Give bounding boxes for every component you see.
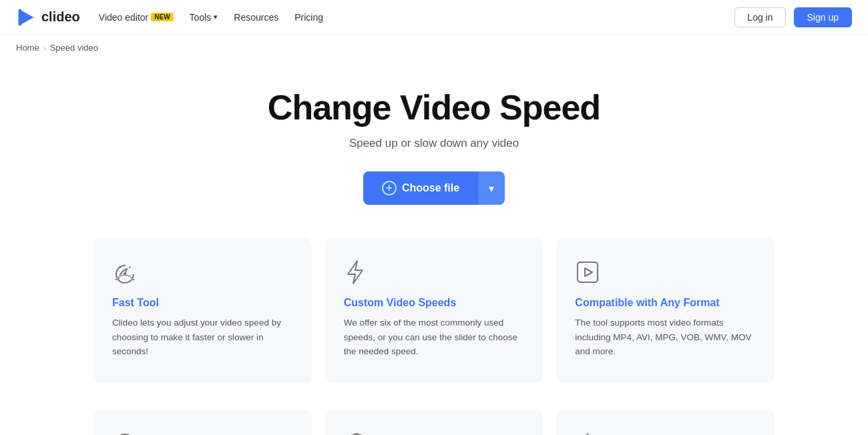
card-custom-speeds-title: Custom Video Speeds bbox=[344, 297, 525, 309]
chevron-down-icon: ▾ bbox=[214, 13, 218, 21]
svg-line-7 bbox=[120, 267, 120, 268]
shield-icon bbox=[344, 431, 525, 435]
feature-cards-row1: Fast Tool Clideo lets you adjust your vi… bbox=[80, 238, 788, 410]
card-fast-tool-title: Fast Tool bbox=[112, 297, 293, 309]
hero-section: Change Video Speed Speed up or slow down… bbox=[0, 61, 868, 238]
card-security: Security Encryption bbox=[325, 410, 544, 435]
breadcrumb-current: Speed video bbox=[50, 43, 98, 53]
svg-marker-10 bbox=[585, 268, 592, 276]
card-custom-speeds: Custom Video Speeds We offer six of the … bbox=[325, 238, 544, 383]
signup-button[interactable]: Sign up bbox=[794, 7, 852, 27]
breadcrumb: Home › Speed video bbox=[0, 35, 868, 61]
logo-text: clideo bbox=[41, 9, 80, 25]
card-fast-tool-desc: Clideo lets you adjust your video speed … bbox=[112, 316, 293, 359]
breadcrumb-separator: › bbox=[43, 43, 46, 53]
svg-line-8 bbox=[130, 267, 130, 268]
svg-marker-0 bbox=[21, 10, 34, 24]
play-square-icon bbox=[575, 260, 756, 285]
speedometer-icon bbox=[112, 260, 293, 285]
nav-links: Video editor NEW Tools ▾ Resources Prici… bbox=[99, 12, 716, 23]
card-custom-speeds-desc: We offer six of the most commonly used s… bbox=[344, 316, 525, 359]
nav-video-editor-label: Video editor bbox=[99, 12, 148, 23]
login-button[interactable]: Log in bbox=[734, 7, 785, 27]
nav-pricing-label: Pricing bbox=[294, 12, 323, 23]
hero-title: Change Video Speed bbox=[13, 87, 855, 127]
card-additional-editing: Additional Editing Options bbox=[556, 410, 775, 435]
card-fast-tool: Fast Tool Clideo lets you adjust your vi… bbox=[93, 238, 312, 383]
nav-tools-label: Tools bbox=[190, 12, 212, 23]
cta-container: + Choose file ▾ bbox=[363, 171, 505, 205]
nav-pricing[interactable]: Pricing bbox=[294, 12, 323, 23]
card-compatible-desc: The tool supports most video formats inc… bbox=[575, 316, 756, 359]
nav-tools[interactable]: Tools ▾ bbox=[190, 12, 218, 23]
choose-file-button[interactable]: + Choose file bbox=[363, 171, 478, 205]
logo[interactable]: clideo bbox=[16, 7, 80, 28]
feature-cards-row2: Fully Online Security Encryption Additio… bbox=[80, 410, 788, 435]
card-compatible-title: Compatible with Any Format bbox=[575, 297, 756, 309]
bolt-icon bbox=[344, 260, 525, 285]
svg-rect-9 bbox=[578, 262, 598, 282]
nav-new-badge: NEW bbox=[151, 13, 173, 21]
hero-subtitle: Speed up or slow down any video bbox=[13, 137, 855, 150]
logo-icon bbox=[16, 7, 37, 28]
card-compatible: Compatible with Any Format The tool supp… bbox=[556, 238, 775, 383]
nav-resources-label: Resources bbox=[234, 12, 278, 23]
globe-icon bbox=[112, 431, 293, 435]
choose-file-label: Choose file bbox=[402, 182, 459, 194]
gear-icon bbox=[575, 431, 756, 435]
svg-rect-1 bbox=[19, 9, 21, 25]
nav-video-editor[interactable]: Video editor NEW bbox=[99, 12, 174, 23]
nav-actions: Log in Sign up bbox=[734, 7, 852, 27]
breadcrumb-home[interactable]: Home bbox=[16, 43, 39, 53]
cta-dropdown-button[interactable]: ▾ bbox=[478, 171, 505, 205]
dropdown-chevron-icon: ▾ bbox=[489, 182, 494, 195]
card-fully-online: Fully Online bbox=[93, 410, 312, 435]
navbar: clideo Video editor NEW Tools ▾ Resource… bbox=[0, 0, 868, 35]
plus-icon: + bbox=[382, 181, 397, 195]
nav-resources[interactable]: Resources bbox=[234, 12, 278, 23]
